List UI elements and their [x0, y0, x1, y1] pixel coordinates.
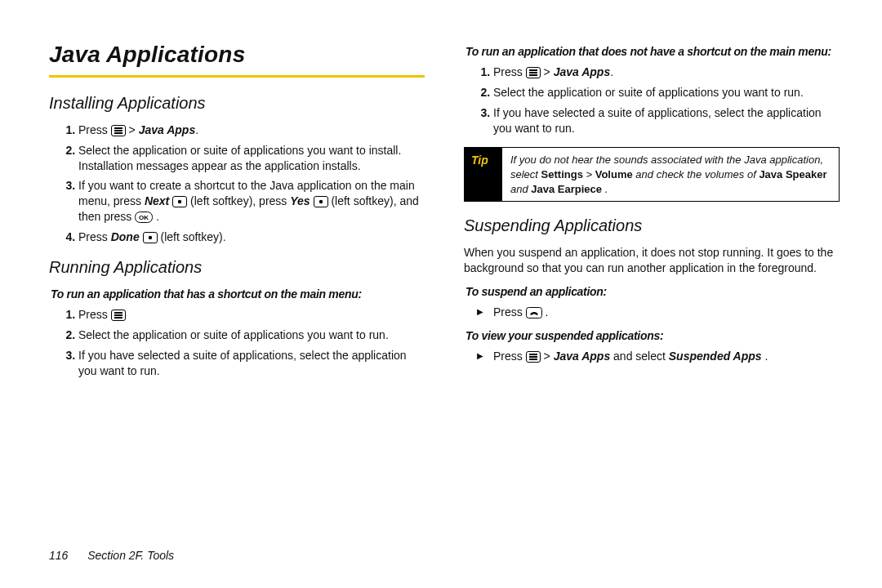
- title-underline: [49, 75, 425, 78]
- softkey-label: Next: [145, 194, 169, 207]
- svg-rect-1: [114, 127, 122, 129]
- run-shortcut-step-3: If you have selected a suite of applicat…: [78, 348, 425, 379]
- run-ns-step-3: If you have selected a suite of applicat…: [493, 105, 840, 136]
- svg-rect-19: [529, 74, 537, 76]
- run-shortcut-intro: To run an application that has a shortcu…: [51, 287, 425, 302]
- menu-key-icon: [111, 125, 126, 136]
- softkey-label: Done: [111, 230, 140, 243]
- softkey-label: Yes: [290, 194, 310, 207]
- text: Press: [493, 65, 526, 78]
- suspend-body: When you suspend an application, it does…: [464, 245, 840, 276]
- heading-suspending: Suspending Applications: [464, 215, 840, 237]
- page-footer: 116 Section 2F. Tools: [49, 548, 174, 564]
- svg-rect-15: [114, 317, 122, 318]
- svg-point-5: [178, 200, 181, 203]
- two-column-layout: Java Applications Installing Application…: [49, 39, 840, 386]
- menu-path: Settings: [541, 168, 583, 180]
- text: and check the volumes of: [635, 168, 759, 180]
- text: .: [765, 350, 768, 363]
- menu-key-icon: [526, 67, 541, 78]
- softkey-icon: [172, 196, 187, 207]
- text: >: [129, 123, 136, 136]
- view-suspended-steps: Press > Java Apps and select Suspended A…: [464, 349, 840, 364]
- right-column: To run an application that does not have…: [464, 39, 840, 386]
- heading-installing: Installing Applications: [49, 92, 425, 114]
- menu-path: Java Speaker: [759, 168, 826, 180]
- section-label: Section 2F. Tools: [87, 549, 174, 562]
- text: .: [156, 210, 159, 223]
- svg-rect-18: [529, 72, 537, 74]
- softkey-icon: [143, 232, 158, 243]
- text: >: [544, 65, 550, 78]
- menu-path: Java Apps: [554, 65, 611, 78]
- tip-box: Tip If you do not hear the sounds associ…: [464, 147, 840, 202]
- run-shortcut-step-2: Select the application or suite of appli…: [78, 327, 425, 343]
- end-key-icon: [526, 307, 542, 318]
- install-step-1: Press > Java Apps.: [78, 122, 425, 138]
- text: >: [586, 168, 595, 180]
- page-number: 116: [49, 549, 68, 562]
- install-step-4: Press Done (left softkey).: [78, 229, 425, 245]
- text: (left softkey).: [160, 230, 225, 243]
- svg-rect-22: [529, 354, 537, 355]
- softkey-icon: [314, 196, 328, 207]
- svg-rect-17: [529, 69, 537, 71]
- suspend-intro: To suspend an application:: [466, 284, 840, 300]
- svg-point-11: [148, 236, 151, 239]
- run-noshortcut-intro: To run an application that does not have…: [466, 44, 840, 60]
- text: (left softkey), press: [190, 194, 290, 207]
- view-suspended-step-1: Press > Java Apps and select Suspended A…: [493, 349, 840, 364]
- installing-steps: Press > Java Apps. Select the applicatio…: [49, 122, 425, 245]
- manual-page: Java Applications Installing Application…: [0, 0, 882, 588]
- run-ns-step-2: Select the application or suite of appli…: [493, 85, 840, 100]
- text: .: [605, 183, 608, 195]
- text: >: [544, 350, 550, 363]
- suspend-steps: Press .: [464, 305, 840, 320]
- svg-rect-14: [114, 314, 122, 316]
- text: .: [546, 305, 549, 318]
- menu-path: Suspended Apps: [669, 350, 762, 363]
- svg-rect-24: [529, 359, 537, 360]
- text: Press: [78, 308, 111, 321]
- menu-path: Volume: [595, 168, 633, 180]
- svg-text:OK: OK: [139, 214, 149, 221]
- text: .: [195, 123, 198, 136]
- run-shortcut-step-1: Press: [78, 307, 425, 323]
- page-title: Java Applications: [49, 39, 425, 70]
- menu-key-icon: [526, 351, 541, 363]
- heading-running: Running Applications: [49, 256, 425, 278]
- text: .: [610, 65, 613, 78]
- left-column: Java Applications Installing Application…: [49, 39, 425, 386]
- install-step-2: Select the application or suite of appli…: [78, 143, 425, 174]
- text: and select: [613, 350, 669, 363]
- suspend-step-1: Press .: [493, 305, 840, 320]
- tip-label: Tip: [465, 148, 502, 201]
- menu-path: Java Apps: [554, 350, 611, 363]
- svg-rect-2: [114, 130, 122, 131]
- tip-body: If you do not hear the sounds associated…: [502, 148, 839, 201]
- menu-key-icon: [111, 310, 126, 321]
- text: Press: [493, 350, 526, 363]
- svg-point-7: [318, 200, 322, 203]
- svg-rect-13: [114, 312, 122, 314]
- menu-path: Java Apps: [139, 123, 196, 136]
- text: Press: [493, 305, 526, 318]
- run-noshortcut-steps: Press > Java Apps. Select the applicatio…: [464, 65, 840, 136]
- svg-rect-23: [529, 356, 537, 358]
- ok-key-icon: OK: [135, 212, 153, 223]
- run-ns-step-1: Press > Java Apps.: [493, 65, 840, 80]
- text: Press: [78, 123, 111, 136]
- svg-rect-3: [114, 132, 122, 134]
- install-step-3: If you want to create a shortcut to the …: [78, 178, 425, 225]
- text: Press: [78, 230, 111, 243]
- run-shortcut-steps: Press Select the application or suite of…: [49, 307, 425, 379]
- menu-path: Java Earpiece: [531, 183, 602, 195]
- view-suspended-intro: To view your suspended applications:: [466, 328, 840, 344]
- text: and: [510, 183, 531, 195]
